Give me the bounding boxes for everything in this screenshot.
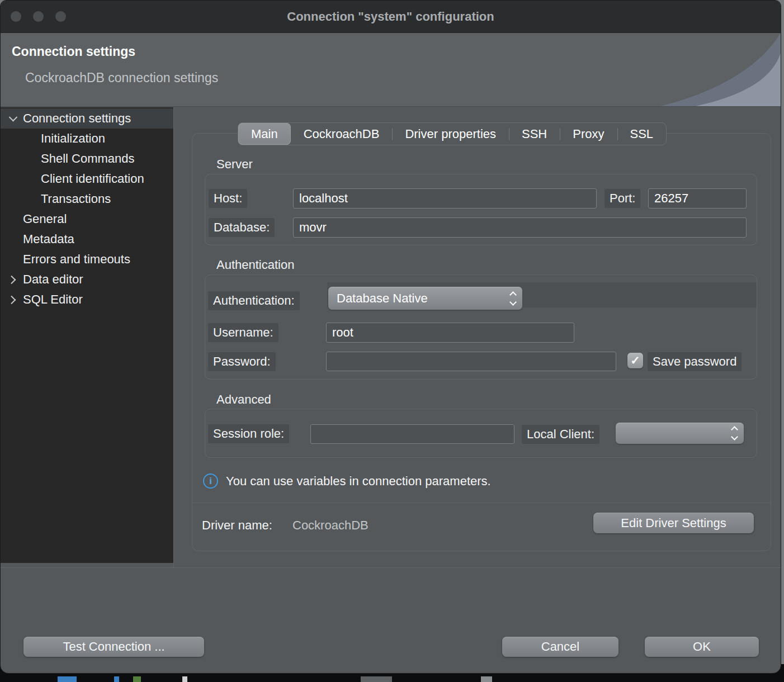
advanced-group-title: Advanced	[216, 392, 271, 407]
local-client-dropdown[interactable]	[616, 423, 744, 444]
chevron-right-icon[interactable]	[6, 269, 20, 290]
titlebar[interactable]: Connection "system" configuration	[1, 1, 781, 33]
sidebar-item-metadata[interactable]: Metadata	[1, 229, 173, 249]
sidebar-item-general[interactable]: General	[1, 209, 173, 229]
chevron-right-icon[interactable]	[6, 290, 20, 310]
tab-bar: Main CockroachDB Driver properties SSH P…	[238, 122, 667, 145]
test-connection-button[interactable]: Test Connection ...	[23, 637, 204, 657]
settings-sidebar: Connection settings Initialization Shell…	[1, 107, 174, 567]
tab-driver-properties[interactable]: Driver properties	[392, 123, 509, 145]
dock-fragment	[481, 676, 492, 682]
header-swoosh-decoration	[607, 33, 781, 106]
host-label: Host:	[209, 189, 247, 208]
driver-name-label: Driver name:	[202, 518, 272, 533]
dropdown-arrows-icon	[732, 427, 737, 439]
header-subtitle: CockroachDB connection settings	[25, 70, 218, 86]
database-input[interactable]	[293, 217, 747, 238]
username-input[interactable]	[326, 323, 574, 343]
maximize-window-icon[interactable]	[55, 11, 66, 22]
sidebar-item-connection-settings[interactable]: Connection settings	[1, 108, 173, 129]
sidebar-item-errors-and-timeouts[interactable]: Errors and timeouts	[1, 249, 173, 269]
username-label: Username:	[208, 323, 278, 342]
cancel-button[interactable]: Cancel	[502, 637, 618, 657]
chevron-down-icon[interactable]	[6, 108, 20, 129]
close-window-icon[interactable]	[11, 11, 21, 22]
settings-tree: Connection settings Initialization Shell…	[1, 107, 173, 563]
dock-fragment	[58, 676, 77, 682]
check-icon: ✓	[630, 354, 640, 367]
sidebar-item-client-identification[interactable]: Client identification	[1, 169, 173, 189]
window-title: Connection "system" configuration	[1, 10, 781, 24]
authentication-groupbox: Authentication: Database Native Username…	[205, 274, 757, 380]
tab-content-panel: Server Host: Port: Database: Authenticat…	[192, 133, 771, 551]
dock-fragment	[114, 676, 119, 682]
edit-driver-settings-button[interactable]: Edit Driver Settings	[593, 513, 754, 533]
sidebar-item-data-editor[interactable]: Data editor	[1, 269, 173, 290]
authentication-label: Authentication:	[208, 291, 300, 310]
save-password-checkbox[interactable]: ✓	[627, 353, 643, 368]
driver-name-value: CockroachDB	[292, 518, 369, 533]
password-label: Password:	[208, 352, 276, 371]
dialog-footer: Test Connection ... Cancel OK	[1, 569, 781, 674]
port-input[interactable]	[648, 188, 747, 209]
server-groupbox: Host: Port: Database:	[205, 174, 757, 245]
authentication-dropdown-value: Database Native	[337, 291, 428, 306]
save-password-label: Save password	[648, 352, 742, 371]
port-label: Port:	[604, 189, 640, 208]
divider	[192, 503, 771, 503]
dropdown-arrows-icon	[511, 292, 516, 305]
header-title: Connection settings	[12, 44, 135, 59]
dock-fragment	[361, 676, 392, 682]
main-settings-area: Server Host: Port: Database: Authenticat…	[174, 107, 781, 567]
server-group-title: Server	[216, 157, 253, 172]
tab-proxy[interactable]: Proxy	[560, 123, 617, 145]
dock-fragment	[182, 676, 187, 682]
authentication-group-title: Authentication	[216, 258, 294, 272]
connection-configuration-dialog: Connection "system" configuration Connec…	[0, 0, 781, 674]
sidebar-item-initialization[interactable]: Initialization	[1, 129, 173, 149]
host-input[interactable]	[293, 188, 597, 209]
ok-button[interactable]: OK	[645, 637, 759, 657]
tab-ssh[interactable]: SSH	[509, 123, 560, 145]
tab-ssl[interactable]: SSL	[617, 123, 667, 145]
window-controls	[11, 1, 66, 32]
database-label: Database:	[209, 218, 275, 237]
sidebar-item-transactions[interactable]: Transactions	[1, 189, 173, 209]
dock-fragment	[133, 676, 141, 682]
authentication-dropdown[interactable]: Database Native	[328, 287, 522, 310]
session-role-label: Session role:	[208, 424, 289, 443]
info-icon: i	[203, 473, 218, 489]
info-message: You can use variables in connection para…	[226, 474, 491, 489]
advanced-groupbox: Session role: Local Client:	[205, 409, 757, 458]
local-client-label: Local Client:	[522, 425, 599, 444]
tab-cockroachdb[interactable]: CockroachDB	[291, 123, 393, 145]
dialog-header: Connection settings CockroachDB connecti…	[1, 33, 781, 107]
sidebar-item-shell-commands[interactable]: Shell Commands	[1, 149, 173, 169]
minimize-window-icon[interactable]	[33, 11, 44, 22]
password-input[interactable]	[326, 352, 616, 371]
tab-main[interactable]: Main	[238, 123, 291, 145]
session-role-input[interactable]	[310, 424, 514, 444]
sidebar-item-sql-editor[interactable]: SQL Editor	[1, 290, 173, 310]
